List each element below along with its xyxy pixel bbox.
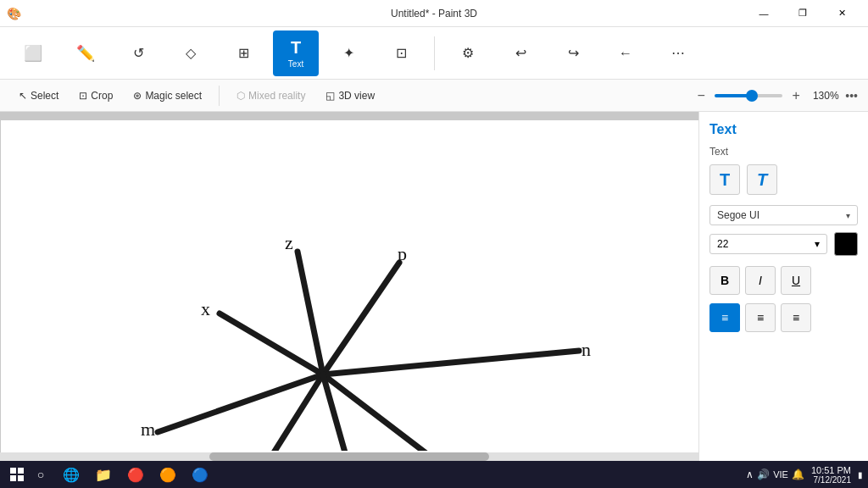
close-button[interactable]: ✕ (822, 0, 861, 27)
scrollbar-thumb[interactable] (209, 452, 489, 461)
svg-rect-3 (18, 475, 24, 481)
minimize-button[interactable]: — (744, 0, 783, 27)
mixed-reality-button[interactable]: ⬡ Mixed reality (228, 86, 314, 105)
settings-icon: ⚙ (462, 45, 474, 61)
start-button[interactable] (5, 463, 29, 486)
tray-arrow-icon[interactable]: ∧ (746, 469, 754, 480)
shapes-icon: ◇ (186, 45, 196, 61)
effects-icon: ↺ (133, 45, 144, 61)
text-tool-icon: T (291, 38, 301, 58)
tool-redo[interactable]: ↪ (550, 30, 596, 76)
label-x: x (201, 298, 210, 319)
zoom-in-button[interactable]: + (786, 86, 806, 106)
text-plain-button[interactable]: T (709, 164, 740, 195)
tool-stickers[interactable]: ✦ (326, 30, 371, 76)
zoom-more-button[interactable]: ••• (845, 89, 858, 103)
tool-undo[interactable]: ↩ (498, 30, 543, 76)
zoom-percentage: 130% (810, 90, 842, 102)
magic-select-label: Magic select (145, 90, 202, 102)
taskbar-app-blue[interactable]: 🔵 (185, 463, 215, 486)
window-title: Untitled* - Paint 3D (391, 8, 477, 19)
bold-button[interactable]: B (709, 266, 740, 295)
clock-time: 10:51 PM (811, 465, 851, 475)
text-3d-button[interactable]: T (747, 164, 777, 195)
select-label: Select (31, 90, 58, 102)
system-tray: ∧ 🔊 VIE 🔔 (746, 469, 804, 480)
view-3d-button[interactable]: ◱ 3D view (317, 86, 383, 105)
label-m: m (141, 419, 155, 440)
tool-new[interactable]: ⬜ (10, 30, 56, 76)
align-right-icon: ≡ (793, 311, 799, 324)
canvas-area[interactable]: z p x n m y q t (0, 112, 698, 461)
align-row: ≡ ≡ ≡ (709, 303, 858, 332)
underline-button[interactable]: U (781, 266, 811, 295)
title-bar-left: 🎨 (7, 7, 21, 20)
align-left-icon: ≡ (721, 311, 728, 324)
network-icon[interactable]: 🔊 (757, 469, 770, 480)
italic-icon: I (759, 274, 762, 287)
italic-button[interactable]: I (745, 266, 776, 295)
new-icon: ⬜ (24, 44, 42, 63)
zoom-out-button[interactable]: − (691, 86, 711, 106)
tool-canvas[interactable]: ⊞ (220, 30, 266, 76)
taskbar-clock[interactable]: 10:51 PM 7/12/2021 (811, 465, 851, 485)
zoom-thumb[interactable] (746, 90, 758, 102)
stickers-icon: ✦ (343, 45, 354, 61)
tool-settings[interactable]: ⚙ (445, 30, 491, 76)
zoom-controls: − + 130% ••• (691, 86, 858, 106)
show-desktop-button[interactable]: ▮ (858, 470, 863, 480)
taskbar-app-explorer[interactable]: 📁 (88, 463, 119, 486)
label-y: y (433, 446, 442, 451)
line-m (158, 374, 323, 432)
drawing-canvas[interactable]: z p x n m y q t (1, 120, 698, 451)
taskbar-app-green[interactable]: 🟠 (153, 463, 183, 486)
magic-select-button[interactable]: ⊛ Magic select (125, 86, 210, 105)
canvas-white[interactable]: z p x n m y q t (1, 120, 698, 461)
search-button[interactable]: ○ (29, 463, 53, 486)
line-z (298, 252, 323, 374)
text-style-row: T T (709, 164, 858, 195)
canvas-icon: ⊞ (238, 45, 249, 61)
title-controls: — ❐ ✕ (744, 0, 861, 27)
tool-back[interactable]: ← (603, 30, 648, 76)
select-button[interactable]: ↖ Select (10, 86, 67, 105)
search-icon: ○ (37, 468, 44, 481)
brush-icon: ✏️ (76, 44, 95, 63)
align-right-button[interactable]: ≡ (781, 303, 811, 332)
tool-brushes[interactable]: ✏️ (63, 30, 108, 76)
select-icon: ↖ (19, 90, 27, 102)
bold-icon: B (721, 274, 729, 287)
text-tool-label: Text (288, 59, 303, 69)
line-t (323, 374, 364, 451)
action-bar: ↖ Select ⊡ Crop ⊛ Magic select ⬡ Mixed r… (0, 80, 868, 112)
font-size-select[interactable]: 22 ▾ (709, 234, 827, 254)
maximize-button[interactable]: ❐ (783, 0, 822, 27)
windows-icon (10, 468, 24, 481)
taskbar-apps: 🌐 📁 🔴 🟠 🔵 (56, 463, 215, 486)
tool-effects[interactable]: ↺ (115, 30, 161, 76)
font-selector[interactable]: Segoe UI ▾ (709, 205, 858, 225)
main-toolbar: ⬜ ✏️ ↺ ◇ ⊞ T Text ✦ ⊡ ⚙ ↩ ↪ ← ⋯ (0, 27, 868, 80)
crop-icon: ⊡ (396, 45, 407, 61)
font-chevron-icon: ▾ (846, 211, 850, 220)
taskbar-app-browser[interactable]: 🌐 (56, 463, 86, 486)
horizontal-scrollbar[interactable] (0, 452, 698, 461)
notification-icon[interactable]: 🔔 (792, 469, 804, 480)
app-icon: 🎨 (7, 7, 21, 20)
action-separator (219, 86, 220, 106)
language-indicator[interactable]: VIE (773, 469, 788, 480)
font-size-value: 22 (717, 238, 728, 250)
crop-label: Crop (91, 90, 113, 102)
taskbar-app-red[interactable]: 🔴 (120, 463, 151, 486)
text-color-picker[interactable] (834, 232, 858, 256)
zoom-slider[interactable] (715, 94, 782, 97)
size-color-row: 22 ▾ (709, 232, 858, 256)
tool-text[interactable]: T Text (273, 30, 319, 76)
panel-section-label: Text (709, 146, 858, 158)
crop-button[interactable]: ⊡ Crop (70, 86, 121, 105)
align-center-button[interactable]: ≡ (745, 303, 776, 332)
tool-shapes[interactable]: ◇ (168, 30, 214, 76)
tool-crop[interactable]: ⊡ (378, 30, 424, 76)
align-left-button[interactable]: ≡ (709, 303, 740, 332)
tool-more[interactable]: ⋯ (655, 30, 701, 76)
